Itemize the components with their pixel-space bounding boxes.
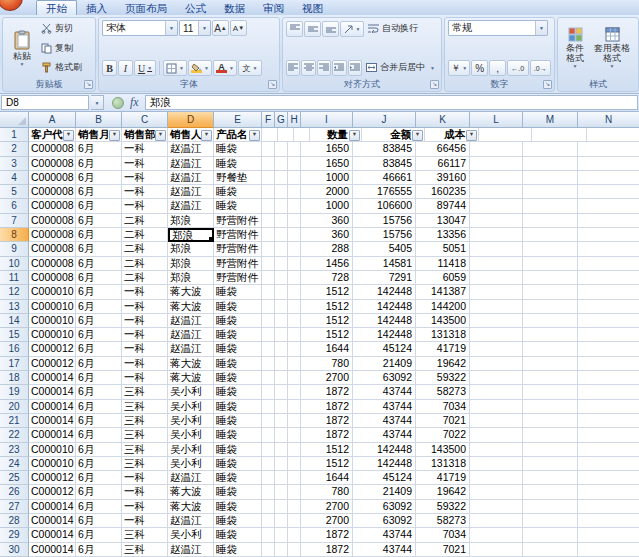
filter-button-K[interactable]	[466, 130, 477, 141]
cell-H11[interactable]	[288, 271, 301, 285]
row-header-8[interactable]: 8	[0, 228, 29, 242]
cell-M15[interactable]	[523, 328, 578, 342]
font-name-combo[interactable]: 宋体 ▼	[102, 20, 178, 36]
column-header-B[interactable]: B	[76, 112, 122, 128]
cell-K15[interactable]: 131318	[416, 328, 470, 342]
fill-color-button[interactable]	[188, 60, 212, 76]
filter-button-D[interactable]	[201, 130, 212, 141]
cell-H21[interactable]	[288, 414, 301, 428]
cell-N4[interactable]	[578, 171, 639, 185]
cell-M24[interactable]	[523, 457, 578, 471]
cell-I10[interactable]: 1456	[301, 257, 353, 271]
cell-C8[interactable]: 二科	[122, 228, 168, 242]
tab-data[interactable]: 数据	[215, 1, 254, 15]
cell-G26[interactable]	[275, 485, 288, 499]
cell-D10[interactable]: 郑浪	[168, 257, 214, 271]
cell-B24[interactable]: 6月	[76, 457, 122, 471]
cell-N12[interactable]	[578, 285, 639, 299]
cell-J23[interactable]: 142448	[353, 443, 416, 457]
cell-I3[interactable]: 1650	[301, 157, 353, 171]
cell-N21[interactable]	[578, 414, 639, 428]
cell-B9[interactable]: 6月	[76, 242, 122, 256]
cell-B5[interactable]: 6月	[76, 185, 122, 199]
cell-K27[interactable]: 59322	[416, 500, 470, 514]
cell-D23[interactable]: 吴小利	[168, 443, 214, 457]
cell-H15[interactable]	[288, 328, 301, 342]
cell-A19[interactable]: C000014	[29, 385, 76, 399]
row-header-15[interactable]: 15	[0, 328, 29, 342]
cell-L8[interactable]	[470, 228, 523, 242]
row-header-9[interactable]: 9	[0, 242, 29, 256]
cell-J6[interactable]: 106600	[353, 199, 416, 213]
cell-M30[interactable]	[523, 543, 578, 557]
cell-J20[interactable]: 43744	[353, 400, 416, 414]
cell-K16[interactable]: 41719	[416, 342, 470, 356]
name-box[interactable]: D8	[1, 95, 89, 110]
filter-button-B[interactable]	[109, 130, 120, 141]
copy-button[interactable]: 复制	[38, 40, 92, 57]
cell-B6[interactable]: 6月	[76, 199, 122, 213]
cell-B11[interactable]: 6月	[76, 271, 122, 285]
cell-E6[interactable]: 睡袋	[214, 199, 262, 213]
cell-F28[interactable]	[262, 514, 275, 528]
cell-I1[interactable]: 数量	[310, 128, 362, 142]
row-header-4[interactable]: 4	[0, 171, 29, 185]
cell-N5[interactable]	[578, 185, 639, 199]
cell-D12[interactable]: 蒋大波	[168, 285, 214, 299]
cell-D24[interactable]: 吴小利	[168, 457, 214, 471]
cell-M3[interactable]	[523, 157, 578, 171]
cell-B30[interactable]: 6月	[76, 543, 122, 557]
cell-C23[interactable]: 三科	[122, 443, 168, 457]
cell-D8[interactable]: 郑浪	[168, 228, 214, 242]
font-size-combo[interactable]: 11 ▼	[179, 20, 211, 36]
cell-D7[interactable]: 郑浪	[168, 214, 214, 228]
cell-J18[interactable]: 63092	[353, 371, 416, 385]
cell-I16[interactable]: 1644	[301, 342, 353, 356]
cell-L13[interactable]	[470, 300, 523, 314]
cell-M25[interactable]	[523, 471, 578, 485]
cell-L15[interactable]	[470, 328, 523, 342]
cell-C1[interactable]: 销售部	[122, 128, 168, 142]
cell-E28[interactable]: 睡袋	[214, 514, 262, 528]
cell-G30[interactable]	[275, 543, 288, 557]
row-header-28[interactable]: 28	[0, 514, 29, 528]
cell-G22[interactable]	[275, 428, 288, 442]
cell-J3[interactable]: 83845	[353, 157, 416, 171]
cell-L12[interactable]	[470, 285, 523, 299]
row-header-19[interactable]: 19	[0, 385, 29, 399]
cell-K13[interactable]: 144200	[416, 300, 470, 314]
cell-A23[interactable]: C000010	[29, 443, 76, 457]
decrease-indent-button[interactable]	[332, 60, 346, 76]
cell-M29[interactable]	[523, 528, 578, 542]
row-header-24[interactable]: 24	[0, 457, 29, 471]
select-all-corner[interactable]	[0, 112, 29, 128]
cell-C24[interactable]: 三科	[122, 457, 168, 471]
cell-A26[interactable]: C000012	[29, 485, 76, 499]
cell-C9[interactable]: 二科	[122, 242, 168, 256]
number-format-combo[interactable]: 常规 ▼	[448, 20, 548, 36]
cell-M2[interactable]	[523, 142, 578, 156]
cell-H16[interactable]	[288, 342, 301, 356]
cell-H2[interactable]	[288, 142, 301, 156]
cell-N20[interactable]	[578, 400, 639, 414]
cell-N16[interactable]	[578, 342, 639, 356]
cell-E30[interactable]: 睡袋	[214, 543, 262, 557]
cell-L27[interactable]	[470, 500, 523, 514]
cell-F20[interactable]	[262, 400, 275, 414]
cell-B26[interactable]: 6月	[76, 485, 122, 499]
decrease-decimal-button[interactable]: .0→	[530, 60, 551, 76]
column-header-D[interactable]: D	[168, 112, 214, 128]
cell-H13[interactable]	[288, 300, 301, 314]
cell-I21[interactable]: 1872	[301, 414, 353, 428]
cell-N2[interactable]	[578, 142, 639, 156]
cell-N24[interactable]	[578, 457, 639, 471]
accounting-format-button[interactable]: ￥	[448, 60, 470, 76]
cell-K5[interactable]: 160235	[416, 185, 470, 199]
cell-N1[interactable]	[587, 128, 639, 142]
cell-I18[interactable]: 2700	[301, 371, 353, 385]
cell-D29[interactable]: 吴小利	[168, 528, 214, 542]
cell-J27[interactable]: 63092	[353, 500, 416, 514]
phonetic-guide-button[interactable]: 文	[238, 60, 262, 76]
cell-G27[interactable]	[275, 500, 288, 514]
cell-K25[interactable]: 41719	[416, 471, 470, 485]
